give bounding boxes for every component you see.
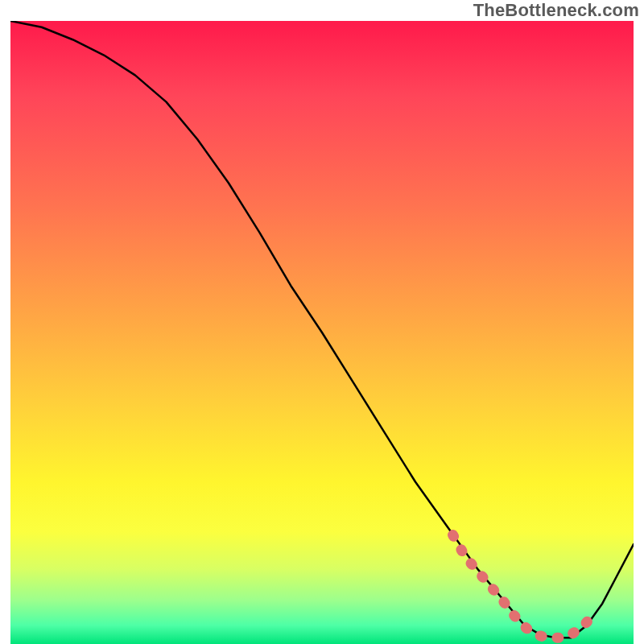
- chart-container: TheBottleneck.com: [0, 0, 644, 644]
- main-curve: [10, 21, 634, 638]
- curve-overlay: [10, 21, 634, 644]
- watermark-text: TheBottleneck.com: [473, 0, 639, 21]
- highlight-curve: [453, 535, 597, 638]
- plot-area: [10, 21, 634, 644]
